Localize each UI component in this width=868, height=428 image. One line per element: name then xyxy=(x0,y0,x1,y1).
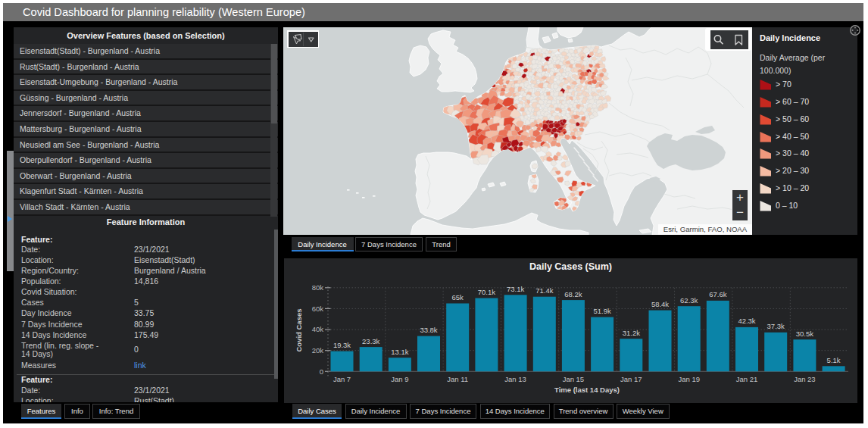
svg-text:Time (last 14 Days): Time (last 14 Days) xyxy=(554,386,620,394)
svg-text:71.4k: 71.4k xyxy=(535,286,553,295)
svg-text:Jan 15: Jan 15 xyxy=(563,375,585,383)
svg-text:40k: 40k xyxy=(312,325,324,333)
svg-text:Jan 17: Jan 17 xyxy=(620,375,642,383)
svg-text:73.1k: 73.1k xyxy=(507,285,524,293)
svg-text:68.2k: 68.2k xyxy=(564,290,582,298)
svg-text:67.6k: 67.6k xyxy=(709,290,726,298)
svg-text:42.3k: 42.3k xyxy=(738,317,755,325)
svg-text:5.1k: 5.1k xyxy=(827,356,841,364)
svg-text:60k: 60k xyxy=(312,305,324,313)
svg-text:Covid Cases: Covid Cases xyxy=(295,308,303,351)
svg-text:65k: 65k xyxy=(452,293,464,301)
svg-text:Jan 13: Jan 13 xyxy=(504,375,526,383)
svg-text:33.8k: 33.8k xyxy=(420,326,437,334)
svg-text:70.1k: 70.1k xyxy=(478,288,495,296)
svg-text:62.3k: 62.3k xyxy=(680,296,698,305)
svg-text:37.3k: 37.3k xyxy=(767,322,785,330)
svg-text:0: 0 xyxy=(320,367,323,376)
svg-text:20k: 20k xyxy=(312,346,324,355)
svg-text:51.9k: 51.9k xyxy=(593,307,610,315)
svg-text:Jan 7: Jan 7 xyxy=(333,375,351,383)
svg-text:Jan 9: Jan 9 xyxy=(391,375,408,383)
svg-text:30.5k: 30.5k xyxy=(796,330,813,338)
svg-text:Jan 21: Jan 21 xyxy=(736,375,758,383)
svg-text:Jan 11: Jan 11 xyxy=(447,375,468,383)
svg-text:31.2k: 31.2k xyxy=(623,329,640,337)
svg-text:58.4k: 58.4k xyxy=(651,300,669,308)
svg-text:13.1k: 13.1k xyxy=(391,348,408,356)
svg-text:Jan 23: Jan 23 xyxy=(794,375,816,383)
svg-text:23.3k: 23.3k xyxy=(362,337,379,345)
svg-text:80k: 80k xyxy=(312,283,324,292)
svg-text:Jan 19: Jan 19 xyxy=(678,375,700,383)
svg-text:19.3k: 19.3k xyxy=(333,341,351,349)
